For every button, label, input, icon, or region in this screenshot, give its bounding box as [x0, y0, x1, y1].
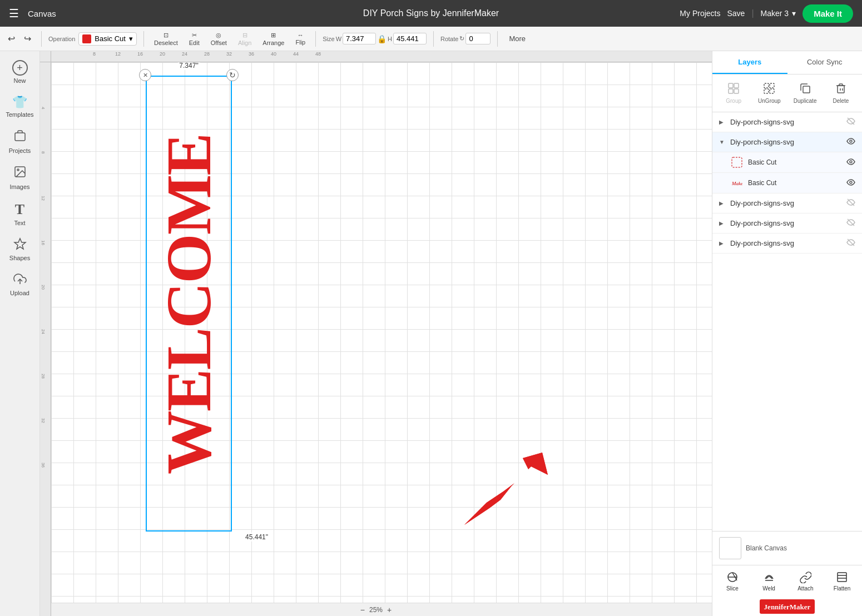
slice-label: Slice: [726, 585, 739, 592]
svg-text:Makers: Makers: [731, 181, 742, 186]
toolbar: ↩ ↪ Operation Basic Cut ▾ ⊡ Deselect ✂ E…: [0, 27, 862, 51]
ruler-tick-v8: 8: [41, 151, 46, 153]
layer-group-row-5[interactable]: ▶ Diy-porch-signs-svg: [712, 234, 862, 253]
more-button[interactable]: More: [504, 32, 530, 45]
operation-chevron: ▾: [129, 34, 133, 43]
layer-eye-5[interactable]: [846, 238, 855, 249]
deselect-button[interactable]: ⊡ Deselect: [151, 29, 181, 48]
left-sidebar: + New 👕 Templates Projects: [0, 51, 40, 616]
layer-eye-2[interactable]: [846, 137, 855, 147]
attach-button[interactable]: Attach: [788, 569, 824, 594]
projects-icon: [13, 129, 27, 146]
sidebar-item-images[interactable]: Images: [2, 161, 38, 195]
ruler-tick-40: 40: [271, 51, 276, 57]
slice-icon: [726, 571, 739, 584]
undo-button[interactable]: ↩: [4, 31, 18, 46]
jennifermaker-brand: JenniferMaker: [712, 597, 862, 616]
align-button[interactable]: ⊟ Align: [235, 29, 255, 48]
panel-tabs: Layers Color Sync: [712, 51, 862, 74]
sub-layer-2[interactable]: Makers Basic Cut: [712, 172, 862, 193]
flip-button[interactable]: ↔ Flip: [292, 29, 309, 48]
toolbar-separator-3: [315, 31, 316, 47]
layer-eye-1[interactable]: [846, 117, 855, 127]
canvas-content[interactable]: WELCOME ✕ ↻ 7.347" 45.441": [51, 62, 712, 603]
duplicate-action[interactable]: Duplicate: [789, 79, 822, 107]
save-button[interactable]: Save: [727, 9, 745, 18]
my-projects-link[interactable]: My Projects: [680, 9, 720, 18]
attach-icon: [799, 571, 811, 584]
ruler-tick-12: 12: [115, 51, 121, 57]
layer-eye-4[interactable]: [846, 218, 855, 228]
blank-canvas-thumbnail: [719, 537, 741, 559]
layer-group-row-2[interactable]: ▼ Diy-porch-signs-svg: [712, 132, 862, 152]
arrange-button[interactable]: ⊞ Arrange: [259, 29, 288, 48]
flatten-button[interactable]: Flatten: [824, 569, 860, 594]
ruler-tick-44: 44: [293, 51, 299, 57]
slice-button[interactable]: Slice: [715, 569, 750, 594]
zoom-out-button[interactable]: −: [360, 605, 365, 614]
sidebar-item-templates[interactable]: 👕 Templates: [2, 91, 38, 122]
sub-layer-eye-1[interactable]: [846, 157, 855, 168]
zoom-in-button[interactable]: +: [387, 605, 392, 614]
selection-close-handle[interactable]: ✕: [139, 69, 151, 81]
height-input[interactable]: [393, 33, 427, 44]
tab-layers[interactable]: Layers: [712, 51, 787, 74]
svg-rect-14: [770, 89, 774, 93]
welcome-text-container: WELCOME: [146, 76, 232, 532]
ruler-tick-v20: 20: [41, 285, 46, 290]
machine-selector[interactable]: Maker 3 ▾: [761, 9, 796, 18]
sidebar-item-projects-label: Projects: [9, 147, 31, 154]
sub-layer-1[interactable]: Basic Cut: [712, 152, 862, 172]
dimension-width: 7.347": [177, 61, 200, 70]
welcome-text: WELCOME: [157, 134, 221, 474]
layer-eye-3[interactable]: [846, 198, 855, 208]
layer-group-row-4[interactable]: ▶ Diy-porch-signs-svg: [712, 213, 862, 233]
sidebar-item-text[interactable]: T Text: [2, 197, 38, 231]
sidebar-item-projects[interactable]: Projects: [2, 125, 38, 158]
delete-action[interactable]: Delete: [824, 79, 858, 107]
blank-canvas-label: Blank Canvas: [746, 544, 787, 552]
sidebar-item-new[interactable]: + New: [2, 56, 38, 88]
sub-layer-thumb-2: Makers: [730, 176, 744, 190]
sub-layer-eye-2[interactable]: [846, 178, 855, 188]
chevron-right-icon-3: ▶: [719, 200, 726, 206]
ruler-tick-v24: 24: [41, 329, 46, 334]
svg-rect-9: [729, 89, 733, 93]
duplicate-icon: [799, 82, 811, 97]
width-input[interactable]: [343, 33, 376, 44]
ruler-tick-v28: 28: [41, 374, 46, 379]
sidebar-item-shapes[interactable]: Shapes: [2, 233, 38, 266]
ruler-tick-48: 48: [315, 51, 321, 57]
rotate-label: Rotate: [440, 36, 458, 42]
redo-button[interactable]: ↪: [21, 31, 34, 46]
duplicate-label: Duplicate: [794, 98, 817, 104]
group-action[interactable]: Group: [717, 79, 750, 107]
tab-color-sync[interactable]: Color Sync: [787, 51, 863, 74]
layer-name-2: Diy-porch-signs-svg: [730, 138, 842, 146]
svg-marker-3: [14, 239, 26, 249]
make-it-button[interactable]: Make It: [802, 4, 853, 23]
ruler-corner: [40, 51, 51, 62]
horizontal-ruler: 8 12 16 20 24 28 32 36 40 44 48: [51, 51, 712, 62]
sidebar-item-upload[interactable]: Upload: [2, 268, 38, 301]
ruler-tick-28: 28: [204, 51, 210, 57]
layer-group-row-1[interactable]: ▶ Diy-porch-signs-svg: [712, 112, 862, 132]
weld-label: Weld: [762, 585, 775, 592]
menu-icon[interactable]: ☰: [9, 7, 19, 20]
ruler-tick-v4: 4: [41, 107, 46, 109]
operation-selector[interactable]: Basic Cut ▾: [78, 32, 137, 46]
edit-button[interactable]: ✂ Edit: [186, 29, 203, 48]
layer-group-row-3[interactable]: ▶ Diy-porch-signs-svg: [712, 193, 862, 213]
ungroup-action[interactable]: UnGroup: [752, 79, 786, 107]
panel-actions: Group UnGroup: [712, 74, 862, 112]
sidebar-item-shapes-label: Shapes: [9, 255, 30, 261]
rotate-input[interactable]: [465, 33, 491, 44]
offset-button[interactable]: ◎ Offset: [207, 29, 230, 48]
operation-label: Operation: [48, 36, 75, 42]
main-layout: + New 👕 Templates Projects: [0, 51, 862, 616]
weld-button[interactable]: Weld: [751, 569, 787, 594]
canvas-area[interactable]: 8 12 16 20 24 28 32 36 40 44 48 4 8 12 1…: [40, 51, 712, 616]
selection-rotate-handle[interactable]: ↻: [226, 69, 239, 81]
lock-icon[interactable]: 🔒: [377, 34, 387, 43]
svg-line-30: [732, 573, 737, 580]
